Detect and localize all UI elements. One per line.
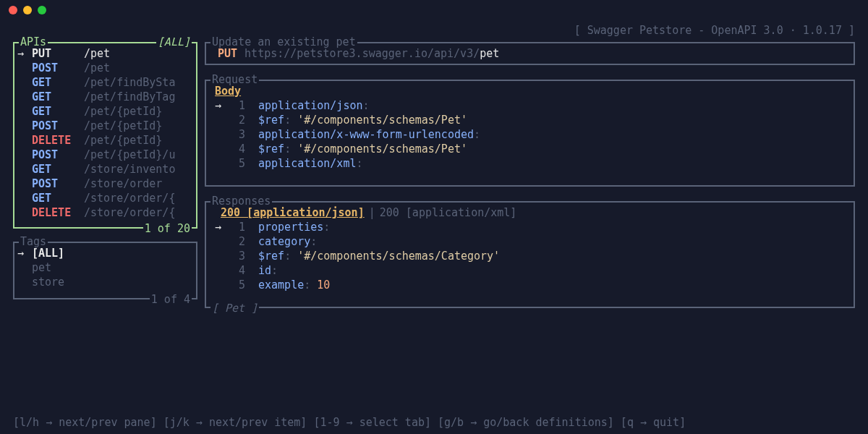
api-path: /pet/{petId}/u [84, 148, 175, 162]
arrow-icon [17, 104, 32, 119]
code-content: application/json: [258, 98, 370, 113]
code-line[interactable]: 4 id: [215, 263, 848, 278]
request-tab-body[interactable]: Body [209, 84, 241, 98]
api-item[interactable]: POST/pet/{petId}/u [17, 148, 196, 162]
arrow-icon [17, 90, 32, 104]
arrow-icon: → [215, 220, 229, 234]
arrow-icon [17, 61, 32, 75]
api-method: POST [32, 119, 84, 133]
arrow-icon: → [17, 46, 32, 61]
code-line[interactable]: 4 $ref: '#/components/schemas/Pet' [215, 142, 848, 156]
code-content: application/x-www-form-urlencoded: [258, 127, 480, 142]
mac-max-dot[interactable] [38, 6, 46, 14]
line-number: 4 [229, 142, 245, 156]
code-content: $ref: '#/components/schemas/Pet' [258, 142, 467, 156]
code-line[interactable]: 5application/xml: [215, 156, 848, 171]
tag-item[interactable]: →[ALL] [17, 246, 196, 260]
apis-panel[interactable]: APIs [ALL] 1 of 20 →PUT/pet POST/pet GET… [13, 42, 197, 229]
tag-item[interactable]: store [17, 275, 196, 289]
line-number: 3 [229, 127, 245, 142]
tag-item[interactable]: pet [17, 260, 196, 275]
mac-titlebar [0, 0, 868, 20]
arrow-icon [17, 133, 32, 148]
mac-min-dot[interactable] [23, 6, 32, 14]
api-method: DELETE [32, 133, 84, 148]
api-path: /pet/{petId} [84, 104, 162, 119]
help-line: [l/h → next/prev pane] [j/k → next/prev … [13, 415, 855, 430]
api-item[interactable]: GET/store/order/{ [17, 191, 196, 205]
tag-label: store [32, 275, 64, 289]
api-method: POST [32, 148, 84, 162]
api-method: DELETE [32, 205, 84, 220]
api-item[interactable]: DELETE/store/order/{ [17, 205, 196, 220]
tag-label: pet [32, 260, 51, 275]
api-item[interactable]: GET/store/invento [17, 162, 196, 176]
code-line[interactable]: 2 category: [215, 234, 848, 249]
code-content: $ref: '#/components/schemas/Category' [258, 249, 500, 263]
mac-close-dot[interactable] [9, 6, 17, 14]
api-method: GET [32, 162, 84, 176]
endpoint-panel: Update an existing pet PUT https://petst… [205, 42, 855, 65]
arrow-icon [17, 75, 32, 90]
api-item[interactable]: POST/pet [17, 61, 196, 75]
line-number: 1 [229, 98, 245, 113]
api-path: /store/order/{ [84, 191, 175, 205]
arrow-icon [17, 205, 32, 220]
api-path: /store/order/{ [84, 205, 175, 220]
api-item[interactable]: GET/pet/{petId} [17, 104, 196, 119]
arrow-icon: → [17, 246, 32, 260]
api-title-line: [ Swagger Petstore - OpenAPI 3.0 · 1.0.1… [574, 23, 855, 38]
api-item[interactable]: DELETE/pet/{petId} [17, 133, 196, 148]
code-line[interactable]: 3application/x-www-form-urlencoded: [215, 127, 848, 142]
api-path: /pet/findByTag [84, 90, 175, 104]
code-content: id: [258, 263, 278, 278]
code-content: $ref: '#/components/schemas/Pet' [258, 113, 467, 127]
api-item[interactable]: GET/pet/findBySta [17, 75, 196, 90]
request-panel[interactable]: Request Body →1application/json: 2 $ref:… [205, 80, 855, 187]
arrow-icon [17, 176, 32, 191]
api-method: POST [32, 61, 84, 75]
code-line[interactable]: 3 $ref: '#/components/schemas/Category' [215, 249, 848, 263]
line-number: 3 [229, 249, 245, 263]
api-path: /pet/{petId} [84, 119, 162, 133]
api-item[interactable]: GET/pet/findByTag [17, 90, 196, 104]
api-item[interactable]: →PUT/pet [17, 46, 196, 61]
code-line[interactable]: →1application/json: [215, 98, 848, 113]
code-content: example: 10 [258, 278, 330, 292]
arrow-icon [17, 148, 32, 162]
line-number: 4 [229, 263, 245, 278]
arrow-icon: → [215, 98, 229, 113]
api-path: /store/order [84, 176, 162, 191]
api-item[interactable]: POST/pet/{petId} [17, 119, 196, 133]
line-number: 5 [229, 156, 245, 171]
responses-tab-active[interactable]: 200 [application/json] [215, 205, 365, 220]
code-line[interactable]: 2 $ref: '#/components/schemas/Pet' [215, 113, 848, 127]
api-item[interactable]: POST/store/order [17, 176, 196, 191]
endpoint-method: PUT [218, 46, 237, 61]
arrow-icon [17, 191, 32, 205]
code-line[interactable]: →1properties: [215, 220, 848, 234]
code-line[interactable]: 5 example: 10 [215, 278, 848, 292]
arrow-icon [17, 162, 32, 176]
terminal-window: [ Swagger Petstore - OpenAPI 3.0 · 1.0.1… [0, 0, 868, 434]
line-number: 2 [229, 234, 245, 249]
tags-panel[interactable]: Tags 1 of 4 →[ALL] pet store [13, 242, 197, 299]
code-content: category: [258, 234, 317, 249]
endpoint-url: https://petstore3.swagger.io/api/v3/pet [244, 46, 499, 61]
api-method: GET [32, 90, 84, 104]
api-method: GET [32, 191, 84, 205]
api-path: /pet/findBySta [84, 75, 175, 90]
api-path: /pet [84, 61, 110, 75]
responses-tab-inactive[interactable]: 200 [application/xml] [380, 205, 517, 220]
arrow-icon [17, 119, 32, 133]
api-path: /pet [84, 46, 110, 61]
api-path: /pet/{petId} [84, 133, 162, 148]
code-content: properties: [258, 220, 330, 234]
responses-panel[interactable]: Responses [ Pet ] 200 [application/json]… [205, 201, 855, 308]
api-method: GET [32, 104, 84, 119]
code-content: application/xml: [258, 156, 363, 171]
line-number: 1 [229, 220, 245, 234]
tag-label: [ALL] [32, 246, 64, 260]
api-method: POST [32, 176, 84, 191]
api-path: /store/invento [84, 162, 175, 176]
